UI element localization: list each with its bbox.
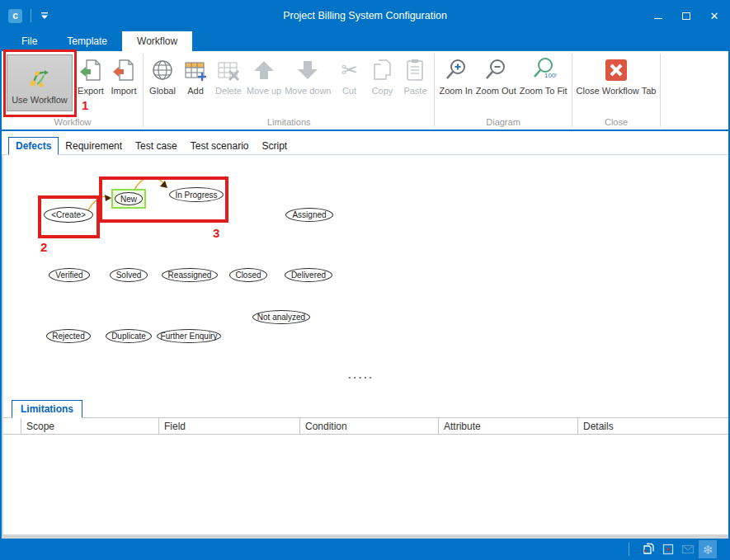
limitations-tab-row: Limitations: [2, 398, 728, 417]
tab-script[interactable]: Script: [255, 138, 294, 154]
state-node-further-enquiry[interactable]: Further Enquiry: [157, 329, 221, 343]
status-bar: ❄: [2, 539, 728, 560]
window-title: Project Billing System Configuration: [2, 10, 728, 21]
tab-requirement[interactable]: Requirement: [59, 138, 129, 154]
limitations-table-body[interactable]: [2, 435, 728, 534]
add-table-icon: [183, 56, 208, 84]
state-node-verified[interactable]: Verified: [49, 268, 90, 282]
column-header-condition[interactable]: Condition: [300, 418, 439, 435]
menu-bar: File Template Workflow: [2, 30, 728, 51]
close-button[interactable]: ✕: [700, 2, 728, 30]
tab-limitations[interactable]: Limitations: [12, 400, 82, 418]
annotation-number-3: 3: [213, 226, 219, 240]
tab-test-case[interactable]: Test case: [129, 138, 184, 154]
statusbar-snowflake-button[interactable]: ❄: [699, 540, 717, 558]
zoom-to-fit-icon: 100%: [530, 56, 557, 84]
state-node-in-progress[interactable]: In Progress: [169, 187, 224, 202]
state-node-rejected[interactable]: Rejected: [46, 329, 91, 343]
title-bar: c Project Billing System Configuration ✕: [2, 2, 728, 30]
mail-icon: [681, 543, 695, 556]
zoom-out-icon: [483, 56, 508, 84]
column-header-field[interactable]: Field: [159, 418, 300, 435]
canvas-ellipsis: ·····: [348, 371, 374, 384]
snowflake-icon: ❄: [703, 544, 714, 556]
column-header-details[interactable]: Details: [578, 418, 728, 435]
scissors-icon: ✂: [341, 56, 357, 84]
export-button[interactable]: Export: [74, 53, 107, 116]
column-header-scope[interactable]: Scope: [21, 418, 159, 435]
move-up-icon: [252, 56, 276, 84]
statusbar-mail-button[interactable]: [679, 540, 697, 558]
column-header-attribute[interactable]: Attribute: [439, 418, 578, 435]
import-button[interactable]: Import: [107, 53, 140, 116]
global-button[interactable]: Global: [146, 53, 179, 116]
use-workflow-label: Use Workflow: [12, 95, 68, 106]
limitations-table-header: Scope Field Condition Attribute Details: [2, 417, 728, 435]
arrow-new-to-inprogress: [134, 177, 165, 190]
globe-icon: [150, 56, 175, 84]
state-node-duplicate[interactable]: Duplicate: [106, 329, 152, 343]
titlebar-separator: [31, 9, 31, 22]
zoom-to-fit-button[interactable]: 100% Zoom To Fit: [518, 53, 569, 116]
state-node-delivered[interactable]: Delivered: [285, 268, 332, 282]
paste-icon: [403, 56, 427, 84]
zoom-out-button[interactable]: Zoom Out: [474, 53, 518, 116]
move-up-button: Move up: [245, 53, 283, 116]
export-icon: [78, 56, 103, 84]
annotation-number-2: 2: [40, 240, 47, 254]
copy-icon: [370, 56, 394, 84]
delete-table-icon: [216, 56, 241, 84]
state-node-solved[interactable]: Solved: [110, 268, 148, 282]
ribbon-group-label-diagram: Diagram: [437, 116, 568, 129]
state-node-new-highlight: New: [111, 189, 146, 209]
menu-tab-template[interactable]: Template: [52, 31, 122, 51]
move-down-icon: [295, 56, 320, 84]
delete-button: Delete: [212, 53, 245, 116]
minimize-button[interactable]: [644, 2, 672, 30]
workflow-canvas[interactable]: <Create> New In Progress Assigned Verifi…: [2, 155, 728, 398]
zoom-out-label: Zoom Out: [476, 86, 516, 96]
statusbar-dialog-button[interactable]: [659, 540, 677, 558]
column-header-selector[interactable]: [3, 418, 21, 435]
tab-defects[interactable]: Defects: [8, 137, 59, 155]
tab-test-scenario[interactable]: Test scenario: [184, 138, 256, 154]
export-label: Export: [78, 86, 104, 96]
state-node-closed[interactable]: Closed: [229, 268, 267, 282]
copy-label: Copy: [372, 86, 393, 96]
add-button[interactable]: Add: [179, 53, 212, 116]
state-node-create[interactable]: <Create>: [44, 207, 93, 223]
state-node-assigned[interactable]: Assigned: [285, 208, 333, 222]
arrowhead-create-to-new: [105, 195, 111, 201]
state-node-new[interactable]: New: [115, 192, 143, 205]
close-workflow-tab-button[interactable]: Close Workflow Tab: [575, 53, 658, 116]
minimize-icon: [654, 18, 662, 19]
close-workflow-tab-label: Close Workflow Tab: [577, 86, 657, 96]
ribbon: Use Workflow Export: [2, 51, 728, 131]
zoom-fit-badge: 100%: [544, 72, 557, 79]
paste-label: Paste: [403, 86, 426, 96]
add-label: Add: [187, 86, 204, 96]
ribbon-group-diagram: Zoom In Zoom Out: [436, 51, 570, 129]
quick-access-dropdown-icon[interactable]: [40, 11, 49, 21]
copy-button: Copy: [365, 53, 398, 116]
ribbon-group-label-workflow: Workflow: [5, 116, 140, 129]
close-icon: ✕: [710, 10, 719, 22]
maximize-button[interactable]: [672, 2, 700, 30]
zoom-in-button[interactable]: Zoom In: [437, 53, 473, 116]
dialog-window-icon: [662, 543, 675, 556]
ribbon-separator: [434, 54, 435, 127]
app-icon[interactable]: c: [8, 9, 22, 23]
menu-tab-workflow[interactable]: Workflow: [122, 31, 192, 51]
menu-tab-file[interactable]: File: [7, 31, 52, 51]
document-tabs: Defects Requirement Test case Test scena…: [2, 135, 728, 155]
statusbar-copy-pages-button[interactable]: [639, 540, 657, 558]
state-node-reassigned[interactable]: Reassigned: [162, 268, 218, 282]
maximize-icon: [682, 12, 690, 20]
use-workflow-button[interactable]: Use Workflow: [7, 54, 73, 111]
ribbon-group-limitations: Global Add: [144, 51, 433, 129]
cut-label: Cut: [342, 86, 356, 96]
state-node-not-analyzed[interactable]: Not analyzed: [252, 310, 310, 324]
ribbon-separator: [660, 54, 661, 127]
statusbar-separator: [629, 543, 629, 556]
zoom-in-label: Zoom In: [439, 86, 472, 96]
